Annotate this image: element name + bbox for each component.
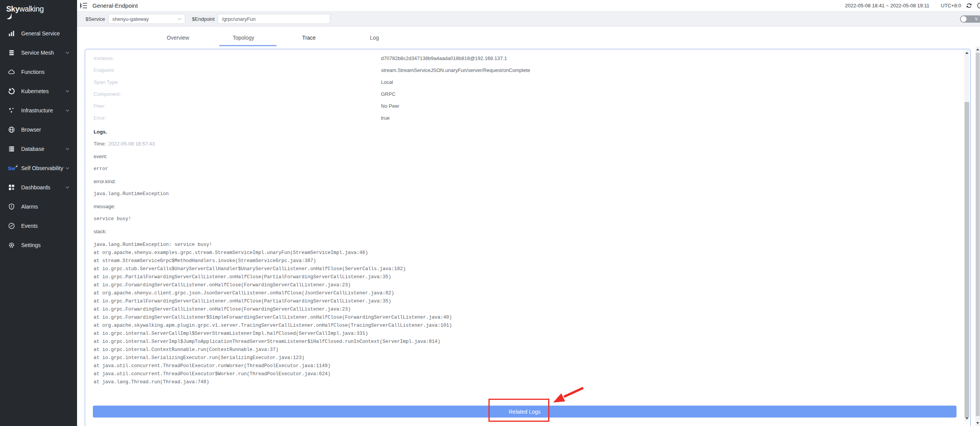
sidebar-item-settings[interactable]: Settings (0, 236, 77, 255)
tab-overview[interactable]: Overview (145, 27, 211, 49)
globe-icon (8, 126, 15, 134)
sidebar-item-label: Kubernetes (21, 88, 49, 94)
span-fields: Instance: d70782b8c2d347138b9a4aada018b8… (94, 52, 947, 124)
variables-toolbar: $Service shenyu-gateway $Endpoint V (77, 12, 980, 27)
field-value: No Peer (381, 103, 399, 109)
log-entry-label: error.kind: (94, 175, 947, 188)
view-toggle[interactable]: V (960, 15, 980, 23)
page-scrollbar[interactable] (975, 47, 980, 426)
sidebar-fold-icon[interactable] (80, 3, 88, 9)
logs-heading: Logs. (94, 126, 947, 138)
field-label: Instance: (94, 55, 381, 61)
stack-line: at io.grpc.stub.ServerCalls$UnaryServerC… (94, 265, 947, 273)
field-label: Peer: (94, 103, 381, 109)
field-value: true (381, 115, 389, 121)
sidebar-item-label: Events (21, 223, 38, 229)
info-icon[interactable] (977, 2, 980, 9)
field-label: Error: (94, 115, 381, 121)
top-header: General-Endpoint 2022-05-08 18:41 ~ 2022… (77, 0, 980, 12)
tab-log[interactable]: Log (342, 27, 407, 49)
toggle-label: V (975, 17, 978, 21)
scrollbar-thumb[interactable] (965, 102, 969, 418)
related-logs-button[interactable]: Related Logs (93, 406, 957, 418)
sidebar-item-database[interactable]: Database (0, 139, 77, 159)
stack-line: at org.apache.skywalking.apm.plugin.grpc… (94, 322, 947, 330)
field-label: Endpoint: (94, 67, 381, 73)
field-value: Local (381, 79, 393, 85)
trace-detail-panel: Instance: d70782b8c2d347138b9a4aada018b8… (85, 49, 971, 426)
sidebar-item-general-service[interactable]: General Service (0, 24, 77, 43)
sidebar-item-label: Alarms (21, 204, 38, 210)
chevron-down-icon (65, 90, 69, 92)
chevron-down-icon (65, 109, 69, 112)
sidebar-nav: General Service Service Mesh Functions K… (0, 24, 77, 255)
time-range[interactable]: 2022-05-08 18:41 ~ 2022-05-08 19:11 (845, 3, 929, 8)
field-value: stream.StreamServiceJSON.unaryFun/server… (381, 67, 530, 73)
sidebar-item-label: Self Observability (21, 165, 63, 171)
chevron-down-icon (65, 167, 69, 169)
log-entry-value: java.lang.RuntimeException (94, 188, 947, 200)
sidebar-item-dashboards[interactable]: Dashboards (0, 178, 77, 197)
field-value: d70782b8c2d347138b9a4aada018b818@192.168… (381, 55, 507, 61)
shield-alert-icon (8, 203, 15, 210)
stack-line: at io.grpc.internal.ServerImpl$JumpToApp… (94, 338, 947, 346)
sidebar-item-label: Functions (21, 69, 45, 75)
chevron-down-icon (178, 18, 182, 20)
logo-text-secondary: walking (19, 5, 44, 13)
stack-line: at io.grpc.internal.ServerCallImpl$Serve… (94, 330, 947, 338)
field-row-instance: Instance: d70782b8c2d347138b9a4aada018b8… (94, 52, 947, 64)
stack-line: at io.grpc.internal.ContextRunnable.run(… (94, 346, 947, 354)
clock-icon (8, 222, 15, 230)
sidebar: Skywalking General Service Service Mesh … (0, 0, 77, 426)
toggle-knob (961, 16, 967, 22)
field-row-component: Component: GRPC (94, 88, 947, 100)
skywalking-logo: Skywalking (0, 0, 77, 19)
sidebar-item-kubernetes[interactable]: Kubernetes (0, 82, 77, 101)
log-entry-label: event: (94, 150, 947, 163)
sidebar-item-label: Browser (21, 127, 41, 133)
service-select-value: shenyu-gateway (112, 16, 178, 22)
stack-line: at io.grpc.ForwardingServerCallListener.… (94, 306, 947, 314)
dashboard-tabs: Overview Topology Trace Log (77, 27, 980, 49)
page-title: General-Endpoint (92, 2, 138, 9)
scroll-up-button[interactable] (964, 50, 970, 56)
stack-line: at io.grpc.internal.SerializingExecutor.… (94, 354, 947, 362)
stack-line: at io.grpc.PartialForwardingServerCallLi… (94, 273, 947, 281)
sidebar-item-service-mesh[interactable]: Service Mesh (0, 43, 77, 62)
chevron-down-icon (65, 186, 69, 189)
sidebar-item-self-observability[interactable]: Sw Self Observability (0, 159, 77, 178)
bar-chart-icon (8, 30, 15, 37)
endpoint-input[interactable] (218, 14, 330, 24)
sidebar-item-events[interactable]: Events (0, 216, 77, 236)
service-variable-label: $Service (86, 16, 105, 22)
scroll-down-button[interactable] (964, 416, 970, 421)
sidebar-item-browser[interactable]: Browser (0, 120, 77, 139)
field-row-span-type: Span Type: Local (94, 76, 947, 88)
sidebar-item-alarms[interactable]: Alarms (0, 197, 77, 216)
refresh-icon[interactable] (966, 2, 972, 9)
stack-line: at io.grpc.PartialForwardingServerCallLi… (94, 297, 947, 306)
kubernetes-icon (8, 87, 15, 95)
stack-line: at org.apache.shenyu.client.grpc.json.Js… (94, 289, 947, 297)
panel-scrollbar[interactable] (964, 50, 970, 421)
field-label: Component: (94, 91, 381, 97)
stack-label: stack: (94, 225, 947, 238)
sidebar-item-label: Database (21, 146, 44, 152)
stack-line: at io.grpc.ForwardingServerCallListener.… (94, 281, 947, 289)
sidebar-item-label: Settings (21, 242, 41, 248)
sidebar-item-label: General Service (21, 30, 60, 37)
page-scroll-down-button[interactable] (975, 420, 980, 426)
page-scroll-up-button[interactable] (975, 47, 980, 52)
timezone[interactable]: UTC+8:0 (941, 3, 961, 8)
log-entry-value: error (94, 163, 947, 175)
service-select[interactable]: shenyu-gateway (108, 14, 185, 24)
grid-plus-icon (8, 184, 15, 191)
stack-line: at io.grpc.ForwardingServerCallListener$… (94, 314, 947, 322)
page-scrollbar-thumb[interactable] (976, 53, 980, 416)
sidebar-item-functions[interactable]: Functions (0, 62, 77, 82)
stack-line: at stream.StreamServiceGrpc$MethodHandle… (94, 257, 947, 265)
sidebar-item-infrastructure[interactable]: Infrastructure (0, 101, 77, 120)
database-icon (8, 145, 15, 153)
field-row-error: Error: true (94, 112, 947, 124)
tab-trace[interactable]: Trace (276, 27, 342, 49)
